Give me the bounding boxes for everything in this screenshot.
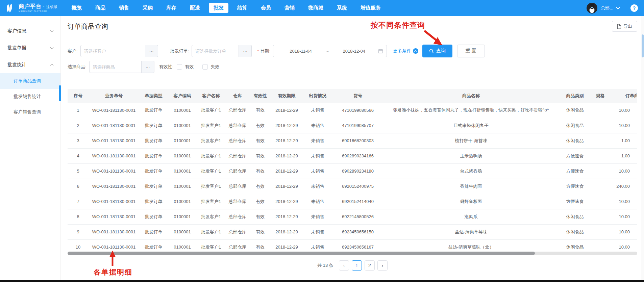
product-picker-button[interactable]: ···	[142, 61, 154, 73]
reset-button[interactable]: 重 置	[457, 45, 485, 57]
cell-warehouse: 总部仓库	[225, 118, 250, 133]
nav-tab-system[interactable]: 系统	[332, 3, 352, 13]
nav-tab-marketing[interactable]: 营销	[280, 3, 299, 13]
sidebar-group-customer-info[interactable]: 客户信息	[0, 23, 60, 40]
cell-validity: 有效	[250, 224, 271, 239]
logo-title: 商户平台	[19, 3, 42, 9]
invalid-checkbox-label: 失效	[210, 64, 219, 70]
column-header-quantity: 订单商品数量	[610, 89, 637, 103]
wholesale-order-label: 批发订单:	[170, 48, 189, 54]
cell-validity: 有效	[250, 179, 271, 194]
column-header-validity: 有效性	[250, 89, 271, 103]
cell-product-name: 益达-清爽草莓味	[383, 224, 559, 239]
cell-product-name: 日式串烧休闲丸子	[383, 118, 559, 133]
sidebar-group-wholesale-docs[interactable]: 批发单据	[0, 40, 60, 56]
validity-label: 有效性:	[159, 64, 174, 70]
cell-customer-code: 0100001	[168, 133, 197, 148]
cell-item-no: 6901668200303	[332, 133, 383, 148]
page-button-2[interactable]: 2	[365, 260, 375, 271]
customer-select-input[interactable]	[80, 45, 145, 57]
sidebar-group-wholesale-stats[interactable]: 批发统计	[0, 56, 60, 73]
nav-tab-overview[interactable]: 概览	[67, 3, 86, 13]
wholesale-order-picker-button[interactable]: ···	[239, 45, 252, 57]
cell-validity: 有效	[250, 118, 271, 133]
required-asterisk: *	[257, 49, 259, 54]
table-row: 5WO-001-181130-0001批发订单0100001批发客户1总部仓库有…	[68, 163, 637, 179]
next-page-button[interactable]: ›	[377, 260, 388, 271]
cell-spec	[591, 148, 610, 163]
horizontal-scrollbar[interactable]	[68, 252, 637, 255]
cell-order-no: WO-001-181130-0001	[89, 209, 139, 224]
help-button[interactable]: ?	[630, 4, 638, 12]
document-icon	[617, 24, 621, 29]
logo-title-line: 商户平台·连锁版	[19, 4, 57, 9]
nav-tab-wholesale[interactable]: 批发	[209, 3, 228, 13]
cell-category: 方便速食	[559, 163, 591, 179]
column-header-spec: 规格	[591, 89, 610, 103]
wholesale-order-select-input[interactable]	[192, 45, 239, 57]
column-header-index: 序号	[68, 89, 89, 103]
nav-tab-value-added[interactable]: 增值服务	[356, 3, 386, 13]
cell-order-type: 批发订单	[139, 103, 168, 118]
vertical-scrollbar-thumb[interactable]	[642, 34, 644, 57]
valid-checkbox[interactable]	[177, 64, 182, 70]
cell-product-name: 泡凤爪	[383, 209, 559, 224]
cell-index: 1	[68, 103, 89, 118]
product-select-input[interactable]	[89, 61, 142, 73]
cell-item-no: 6920152414040	[332, 194, 383, 209]
cell-quantity: 10.00	[610, 194, 637, 209]
column-header-category: 商品类别	[559, 89, 591, 103]
nav-tab-inventory[interactable]: 库存	[162, 3, 181, 13]
nav-tab-purchase[interactable]: 采购	[138, 3, 157, 13]
nav-tab-goods[interactable]: 商品	[91, 3, 110, 13]
page-title: 订单商品查询	[68, 22, 108, 31]
cell-item-no: 6923450656150	[332, 224, 383, 239]
cell-ship-status: 未销售	[303, 209, 332, 224]
cell-customer-name: 批发客户1	[197, 103, 225, 118]
nav-tab-micro-mall[interactable]: 微商城	[303, 3, 328, 13]
cell-order-no: WO-001-181130-0001	[89, 194, 139, 209]
column-header-customer-name: 客户名称	[197, 89, 225, 103]
page-button-1[interactable]: 1	[352, 260, 362, 271]
export-button[interactable]: 导出	[612, 21, 637, 32]
logo-subtitle: MERCHANT PLATFORM	[19, 10, 57, 12]
validity-filter: 有效性: 有效 失效	[159, 64, 220, 70]
cell-order-type: 批发订单	[139, 133, 168, 148]
merchant-platform-logo-icon	[5, 3, 16, 14]
cell-category: 方便速食	[559, 194, 591, 209]
prev-page-button[interactable]: ‹	[339, 260, 349, 271]
cell-valid-until: 2018-12-29	[271, 194, 303, 209]
cell-valid-until: 2018-12-29	[271, 148, 303, 163]
cell-customer-code: 0100001	[168, 148, 197, 163]
customer-picker-button[interactable]: ···	[145, 45, 158, 57]
nav-tab-sales[interactable]: 销售	[114, 3, 134, 13]
cell-category: 休闲食品	[559, 209, 591, 224]
cell-valid-until: 2018-12-29	[271, 224, 303, 239]
date-range-picker[interactable]: 2018-11-04 ~ 2018-12-04	[273, 45, 387, 57]
table-row: 1WO-001-181130-0001批发订单0100001批发客户1总部仓库有…	[68, 103, 637, 118]
invalid-checkbox[interactable]	[202, 64, 208, 70]
more-conditions-label: 更多条件	[393, 48, 411, 54]
sidebar-scroll-indicator[interactable]	[59, 85, 61, 101]
nav-tab-members[interactable]: 会员	[256, 3, 276, 13]
table-row: 2WO-001-181130-0001批发订单0100001批发客户1总部仓库有…	[68, 118, 637, 133]
more-conditions-link[interactable]: 更多条件	[393, 48, 418, 54]
sidebar-item-wholesale-sales-stats[interactable]: 批发销售统计	[0, 89, 60, 104]
cell-spec	[591, 103, 610, 118]
cell-ship-status: 未销售	[303, 179, 332, 194]
penguin-avatar[interactable]	[587, 3, 597, 14]
vertical-scrollbar[interactable]	[641, 16, 644, 280]
cell-quantity: 240.00	[610, 179, 637, 194]
cell-spec	[591, 179, 610, 194]
sidebar-item-customer-sales-query[interactable]: 客户销售查询	[0, 104, 60, 120]
nav-tab-delivery[interactable]: 配送	[185, 3, 205, 13]
sidebar-item-order-product-query[interactable]: 订单商品查询	[0, 73, 60, 89]
user-name[interactable]: 总部...	[601, 5, 613, 11]
cell-customer-code: 0100001	[168, 163, 197, 179]
sidebar-group-label: 批发统计	[7, 62, 26, 68]
cell-order-type: 批发订单	[139, 179, 168, 194]
horizontal-scrollbar-thumb[interactable]	[68, 252, 535, 255]
wholesale-order-filter: 批发订单: ···	[170, 45, 252, 57]
nav-tab-settlement[interactable]: 结算	[232, 3, 252, 13]
cell-spec	[591, 133, 610, 148]
